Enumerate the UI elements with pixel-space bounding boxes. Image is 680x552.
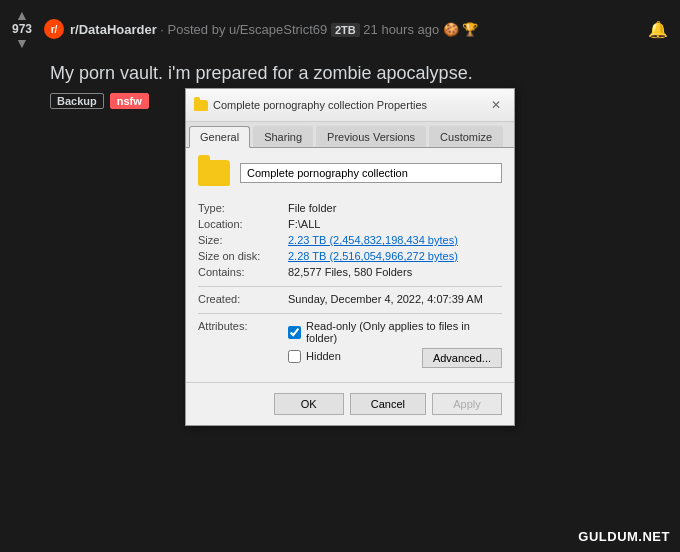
cancel-button[interactable]: Cancel xyxy=(350,393,426,415)
type-value: File folder xyxy=(288,200,502,216)
location-value: F:\ALL xyxy=(288,216,502,232)
apply-button[interactable]: Apply xyxy=(432,393,502,415)
post-meta: r/DataHoarder · Posted by u/EscapeStrict… xyxy=(70,22,478,37)
subreddit-icon: r/ xyxy=(44,19,64,39)
folder-icon-large xyxy=(198,160,230,186)
created-value: Sunday, December 4, 2022, 4:07:39 AM xyxy=(288,291,502,307)
tab-previous-versions[interactable]: Previous Versions xyxy=(316,126,426,147)
properties-dialog: Complete pornography collection Properti… xyxy=(185,88,515,426)
size-label: Size: xyxy=(198,232,288,248)
size-value-link[interactable]: 2.23 TB (2,454,832,198,434 bytes) xyxy=(288,234,458,246)
separator-2 xyxy=(198,313,502,314)
dialog-titlebar: Complete pornography collection Properti… xyxy=(186,89,514,122)
contains-label: Contains: xyxy=(198,264,288,280)
hidden-checkbox[interactable] xyxy=(288,350,301,363)
attributes-label: Attributes: xyxy=(198,318,288,370)
dialog-title: Complete pornography collection Properti… xyxy=(213,99,427,111)
type-label: Type: xyxy=(198,200,288,216)
size-on-disk-value: 2.28 TB (2,516,054,966,272 bytes) xyxy=(288,248,502,264)
folder-name-row xyxy=(198,160,502,186)
notification-bell-icon[interactable]: 🔔 xyxy=(648,20,668,39)
size-value: 2.23 TB (2,454,832,198,434 bytes) xyxy=(288,232,502,248)
readonly-checkbox[interactable] xyxy=(288,326,301,339)
dialog-title-left: Complete pornography collection Properti… xyxy=(194,99,427,111)
size-on-disk-label: Size on disk: xyxy=(198,248,288,264)
size-badge: 2TB xyxy=(331,23,360,37)
tab-customize[interactable]: Customize xyxy=(429,126,503,147)
dialog-footer: OK Cancel Apply xyxy=(186,382,514,425)
folder-icon-titlebar xyxy=(194,100,208,111)
separator xyxy=(198,286,502,287)
hidden-checkbox-row: Hidden xyxy=(288,350,341,363)
ok-button[interactable]: OK xyxy=(274,393,344,415)
hidden-row: Hidden Advanced... xyxy=(288,348,502,368)
tag-backup[interactable]: Backup xyxy=(50,93,104,109)
dialog-close-button[interactable]: ✕ xyxy=(486,95,506,115)
subreddit-name[interactable]: r/DataHoarder xyxy=(70,22,157,37)
vote-count: 973 xyxy=(12,22,32,36)
dialog-content: Type: File folder Location: F:\ALL Size:… xyxy=(186,148,514,382)
advanced-button[interactable]: Advanced... xyxy=(422,348,502,368)
tab-sharing[interactable]: Sharing xyxy=(253,126,313,147)
folder-name-input[interactable] xyxy=(240,163,502,183)
size-on-disk-value-link[interactable]: 2.28 TB (2,516,054,966,272 bytes) xyxy=(288,250,458,262)
dialog-tabs: General Sharing Previous Versions Custom… xyxy=(186,122,514,148)
tag-nsfw[interactable]: nsfw xyxy=(110,93,149,109)
reddit-header: ▲ 973 ▼ r/ r/DataHoarder · Posted by u/E… xyxy=(0,0,680,58)
time-ago: 21 hours ago xyxy=(363,22,439,37)
created-label: Created: xyxy=(198,291,288,307)
watermark: GULDUM.NET xyxy=(578,529,670,544)
hidden-label: Hidden xyxy=(306,350,341,362)
tab-general[interactable]: General xyxy=(189,126,250,148)
contains-value: 82,577 Files, 580 Folders xyxy=(288,264,502,280)
attributes-values: Read-only (Only applies to files in fold… xyxy=(288,318,502,370)
posted-by: Posted by u/EscapeStrict69 xyxy=(168,22,328,37)
location-label: Location: xyxy=(198,216,288,232)
properties-table: Type: File folder Location: F:\ALL Size:… xyxy=(198,200,502,370)
readonly-row: Read-only (Only applies to files in fold… xyxy=(288,320,502,344)
readonly-label: Read-only (Only applies to files in fold… xyxy=(306,320,502,344)
upvote-button[interactable]: ▲ xyxy=(15,8,29,22)
downvote-button[interactable]: ▼ xyxy=(15,36,29,50)
vote-section: ▲ 973 ▼ xyxy=(12,8,32,50)
